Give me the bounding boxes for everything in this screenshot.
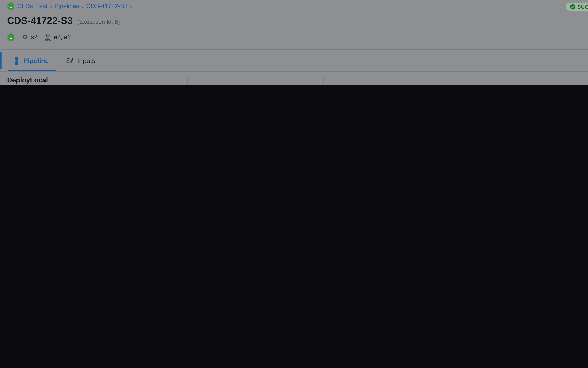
status-badge: SUCCESS — [566, 3, 588, 11]
inputs-icon — [66, 57, 74, 64]
breadcrumb-item[interactable]: CDS-41722-S3 — [86, 3, 128, 10]
title-row: CDS-41722-S3 (Execution Id: 8) — [7, 15, 120, 27]
tabs: Pipeline Inputs — [13, 50, 95, 71]
stage-name: DeployLocal — [7, 76, 48, 84]
breadcrumb-separator: › — [130, 3, 132, 9]
active-tab-underline — [8, 70, 56, 71]
divider — [187, 76, 188, 85]
active-tab-edge-indicator — [0, 52, 1, 69]
status-label: SUCCESS — [577, 4, 588, 9]
harness-logo-icon: ∞ — [7, 2, 15, 10]
pipeline-icon — [13, 56, 20, 65]
svg-text:∞: ∞ — [9, 4, 13, 9]
tab-pipeline-label: Pipeline — [23, 57, 49, 64]
breadcrumb: ∞ CFDs_Test›Pipelines›CDS-41722-S3› — [7, 1, 132, 11]
execution-header-right: SUCCESS Start time 15/09/2022 16:09:26 5… — [566, 1, 588, 12]
service-tag-label: s2 — [31, 34, 38, 41]
check-circle-icon — [570, 4, 575, 9]
environment-tag[interactable]: e2, e1 — [44, 33, 71, 41]
environment-tag-label: e2, e1 — [54, 34, 71, 41]
tab-inputs-label: Inputs — [77, 57, 95, 64]
breadcrumb-item[interactable]: CFDs_Test — [17, 3, 47, 10]
tab-inputs[interactable]: Inputs — [66, 57, 95, 64]
page-header: ∞ CFDs_Test›Pipelines›CDS-41722-S3› SUCC… — [0, 0, 588, 50]
breadcrumb-separator: › — [50, 3, 52, 9]
stage-summary: DeployLocal Started at: 15/09/2022, 16:0… — [0, 72, 588, 85]
environments-icon — [44, 33, 51, 41]
breadcrumb-separator: › — [82, 3, 84, 9]
execution-id: (Execution Id: 8) — [77, 19, 120, 25]
gear-icon — [21, 34, 28, 41]
divider — [323, 76, 323, 85]
meta-row: ∞ s2 — [7, 32, 71, 42]
tab-pipeline[interactable]: Pipeline — [13, 56, 49, 65]
tab-bar: Pipeline Inputs Console View — [0, 50, 588, 72]
page-title: CDS-41722-S3 — [7, 15, 73, 27]
svg-text:∞: ∞ — [9, 35, 13, 40]
harness-logo-icon: ∞ — [7, 33, 15, 41]
service-tag[interactable]: s2 — [21, 34, 38, 41]
environments-label: Environment(s) — [330, 85, 375, 85]
app-root: ∞ CFDs_Test›Pipelines›CDS-41722-S3› SUCC… — [0, 0, 588, 85]
breadcrumb-item[interactable]: Pipelines — [55, 3, 79, 10]
services-label: Service(s) — [197, 85, 226, 85]
